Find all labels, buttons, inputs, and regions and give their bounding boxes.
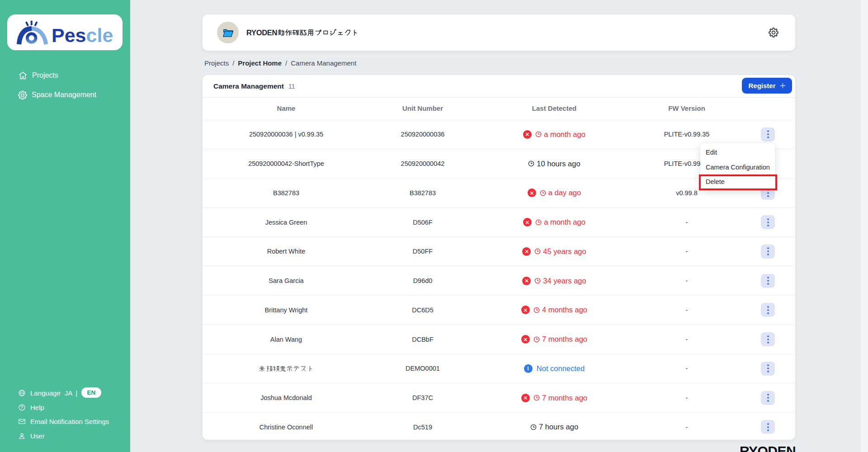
svg-text:Pescle: Pescle	[52, 24, 113, 46]
